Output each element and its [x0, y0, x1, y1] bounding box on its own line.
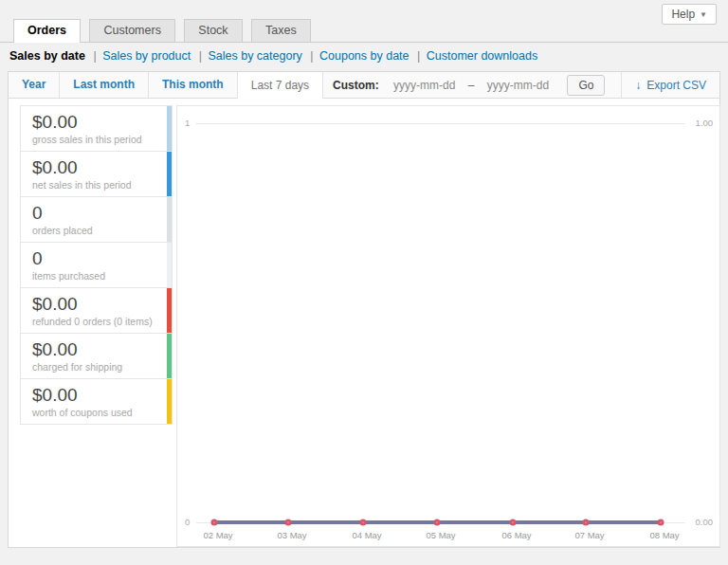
date-from-input[interactable]	[385, 79, 464, 92]
stat-shipping-charged[interactable]: $0.00 charged for shipping	[20, 333, 173, 379]
y-axis-left-bottom-label: 0	[185, 517, 190, 528]
custom-range-label: Custom:	[333, 79, 379, 92]
report-tabs: Orders Customers Stock Taxes	[0, 19, 728, 43]
stat-accent-bar	[167, 106, 172, 151]
stat-refunded[interactable]: $0.00 refunded 0 orders (0 items)	[20, 287, 173, 334]
subnav-customer-downloads[interactable]: Customer downloads	[427, 49, 537, 63]
data-point-06-may[interactable]	[510, 519, 517, 526]
sales-chart: 1 1.00 0 0.00 02 May 03 May 04 May 05 Ma…	[176, 105, 720, 547]
stat-label: charged for shipping	[32, 360, 156, 374]
stat-value: $0.00	[32, 339, 156, 360]
range-bar-spacer	[614, 72, 621, 98]
custom-range-section: Custom: – Go	[323, 72, 614, 98]
x-tick-label: 02 May	[188, 530, 248, 540]
date-to-input[interactable]	[478, 79, 557, 92]
stat-accent-bar	[167, 243, 172, 287]
data-point-04-may[interactable]	[360, 519, 367, 526]
stat-orders-placed[interactable]: 0 orders placed	[20, 196, 173, 243]
data-point-07-may[interactable]	[583, 519, 590, 526]
stat-label: net sales in this period	[32, 178, 156, 192]
stat-gross-sales[interactable]: $0.00 gross sales in this period	[20, 105, 173, 152]
tab-stock[interactable]: Stock	[184, 19, 242, 42]
subnav-sales-by-product[interactable]: Sales by product	[102, 49, 191, 63]
data-point-02-may[interactable]	[211, 519, 218, 526]
stat-label: orders placed	[32, 224, 156, 238]
stat-coupons-used[interactable]: $0.00 worth of coupons used	[20, 378, 173, 425]
go-button[interactable]: Go	[567, 75, 605, 96]
chevron-down-icon: ▼	[700, 10, 707, 19]
y-axis-right-bottom-label: 0.00	[696, 517, 714, 528]
chart-sidebar: $0.00 gross sales in this period $0.00 n…	[20, 105, 173, 425]
x-tick-label: 06 May	[486, 530, 547, 540]
stat-label: items purchased	[32, 269, 156, 283]
export-csv-link[interactable]: ↓ Export CSV	[621, 72, 719, 98]
report-content: $0.00 gross sales in this period $0.00 n…	[9, 100, 719, 547]
date-range-bar: Year Last month This month Last 7 days C…	[9, 72, 719, 99]
stat-accent-bar	[167, 288, 172, 333]
subnav-separator: |	[93, 49, 96, 63]
stat-label: worth of coupons used	[32, 406, 156, 420]
stat-value: 0	[32, 203, 156, 224]
tab-taxes[interactable]: Taxes	[251, 19, 311, 42]
x-tick-label: 04 May	[337, 530, 397, 540]
range-tab-last-month[interactable]: Last month	[60, 72, 149, 98]
stat-accent-bar	[167, 379, 172, 424]
x-tick-label: 07 May	[559, 530, 620, 540]
download-arrow-icon: ↓	[635, 79, 641, 92]
tab-orders[interactable]: Orders	[13, 19, 81, 43]
range-tab-year[interactable]: Year	[9, 72, 60, 98]
stat-value: $0.00	[32, 385, 156, 406]
subnav-sales-by-date[interactable]: Sales by date	[9, 49, 85, 63]
range-tab-last-7-days[interactable]: Last 7 days	[238, 72, 323, 99]
x-tick-label: 03 May	[262, 530, 322, 540]
data-point-03-may[interactable]	[285, 519, 292, 526]
stat-items-purchased[interactable]: 0 items purchased	[20, 242, 173, 288]
export-csv-label: Export CSV	[646, 79, 706, 92]
tab-customers[interactable]: Customers	[89, 19, 174, 42]
subnav-separator: |	[417, 49, 420, 63]
subnav-sales-by-category[interactable]: Sales by category	[208, 49, 301, 63]
stat-value: $0.00	[32, 112, 156, 133]
stat-label: refunded 0 orders (0 items)	[32, 315, 156, 329]
stat-value: 0	[32, 248, 156, 269]
subnav-coupons-by-date[interactable]: Coupons by date	[319, 49, 410, 63]
date-range-dash: –	[466, 79, 477, 92]
stat-accent-bar	[167, 152, 172, 196]
report-subnav: Sales by date | Sales by product | Sales…	[9, 49, 537, 63]
stat-accent-bar	[167, 334, 172, 378]
data-point-08-may[interactable]	[658, 519, 664, 526]
data-point-05-may[interactable]	[434, 519, 441, 526]
subnav-separator: |	[199, 49, 202, 63]
x-tick-label: 08 May	[634, 530, 695, 540]
x-tick-label: 05 May	[410, 530, 471, 540]
stat-label: gross sales in this period	[32, 133, 156, 147]
subnav-separator: |	[310, 49, 313, 63]
stat-value: $0.00	[32, 294, 156, 315]
range-tab-this-month[interactable]: This month	[149, 72, 238, 98]
y-axis-right-top-label: 1.00	[696, 118, 714, 129]
top-gridline	[196, 123, 685, 124]
y-axis-left-top-label: 1	[185, 118, 190, 129]
report-container: Year Last month This month Last 7 days C…	[8, 71, 720, 548]
stat-net-sales[interactable]: $0.00 net sales in this period	[20, 151, 173, 197]
stat-accent-bar	[167, 197, 172, 242]
stat-value: $0.00	[32, 157, 156, 178]
